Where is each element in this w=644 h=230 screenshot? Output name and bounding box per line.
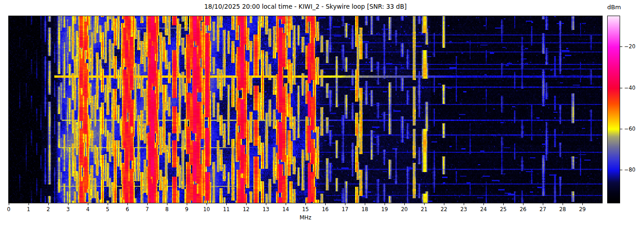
- x-tick-label: 11: [220, 206, 232, 213]
- x-tick-mark: [345, 203, 345, 205]
- spectrogram-plot: [8, 16, 603, 203]
- x-tick-label: 13: [260, 206, 272, 213]
- x-tick-label: 14: [280, 206, 292, 213]
- x-tick-label: 19: [379, 206, 391, 213]
- x-tick-label: 21: [418, 206, 430, 213]
- x-tick-mark: [563, 203, 563, 205]
- x-tick-mark: [464, 203, 464, 205]
- x-tick-mark: [503, 203, 504, 205]
- spectrogram-canvas: [9, 16, 602, 203]
- x-tick-label: 22: [438, 206, 450, 213]
- x-tick-label: 24: [477, 206, 489, 213]
- x-tick-mark: [167, 203, 167, 205]
- x-tick-label: 23: [458, 206, 470, 213]
- x-tick-label: 4: [82, 206, 94, 213]
- colorbar-tick-mark: [620, 88, 622, 88]
- colorbar-tick-label: −60: [624, 126, 635, 132]
- figure-container: 18/10/2025 20:00 local time - KIWI_2 - S…: [0, 0, 644, 230]
- x-tick-label: 27: [537, 206, 549, 213]
- x-tick-mark: [187, 203, 187, 205]
- colorbar-tick-mark: [620, 170, 622, 170]
- x-tick-label: 16: [319, 206, 331, 213]
- x-tick-label: 17: [339, 206, 351, 213]
- x-tick-label: 15: [299, 206, 311, 213]
- x-tick-label: 9: [181, 206, 193, 213]
- x-tick-label: 5: [102, 206, 114, 213]
- x-tick-label: 10: [201, 206, 213, 213]
- x-tick-mark: [147, 203, 148, 205]
- x-tick-mark: [127, 203, 128, 205]
- colorbar-tick-mark: [620, 129, 622, 129]
- x-tick-label: 12: [240, 206, 252, 213]
- x-tick-mark: [543, 203, 543, 205]
- colorbar-tick-mark: [620, 46, 622, 47]
- x-tick-mark: [305, 203, 306, 205]
- x-tick-label: 0: [3, 206, 15, 213]
- x-tick-mark: [582, 203, 583, 205]
- x-tick-label: 6: [121, 206, 133, 213]
- x-tick-mark: [424, 203, 425, 205]
- colorbar-tick-label: −40: [624, 85, 635, 91]
- x-tick-label: 2: [42, 206, 54, 213]
- x-tick-mark: [68, 203, 69, 205]
- x-tick-label: 29: [576, 206, 588, 213]
- x-tick-mark: [523, 203, 523, 205]
- x-tick-mark: [266, 203, 266, 205]
- x-tick-mark: [207, 203, 207, 205]
- x-tick-mark: [29, 203, 29, 205]
- x-tick-mark: [365, 203, 365, 205]
- x-tick-mark: [246, 203, 247, 205]
- x-tick-label: 20: [398, 206, 410, 213]
- x-tick-mark: [444, 203, 444, 205]
- x-tick-label: 8: [161, 206, 173, 213]
- colorbar-tick-label: −20: [624, 43, 635, 50]
- colorbar-canvas: [608, 16, 620, 203]
- x-tick-mark: [483, 203, 484, 205]
- x-tick-label: 1: [23, 206, 34, 213]
- x-tick-mark: [88, 203, 88, 205]
- x-tick-label: 7: [141, 206, 153, 213]
- x-tick-label: 18: [359, 206, 371, 213]
- x-tick-mark: [325, 203, 326, 205]
- x-tick-mark: [286, 203, 286, 205]
- x-tick-mark: [48, 203, 49, 205]
- x-tick-mark: [9, 203, 9, 205]
- x-tick-mark: [226, 203, 227, 205]
- x-tick-mark: [385, 203, 385, 205]
- colorbar-unit-label: dBm: [605, 4, 623, 11]
- x-tick-label: 26: [517, 206, 529, 213]
- colorbar: [607, 16, 620, 203]
- x-tick-mark: [404, 203, 405, 205]
- x-tick-mark: [108, 203, 108, 205]
- x-tick-label: 28: [557, 206, 569, 213]
- colorbar-tick-label: −80: [624, 167, 635, 173]
- x-tick-label: 3: [62, 206, 74, 213]
- plot-title: 18/10/2025 20:00 local time - KIWI_2 - S…: [9, 2, 602, 11]
- x-tick-label: 25: [497, 206, 509, 213]
- x-axis-label: MHz: [9, 214, 602, 221]
